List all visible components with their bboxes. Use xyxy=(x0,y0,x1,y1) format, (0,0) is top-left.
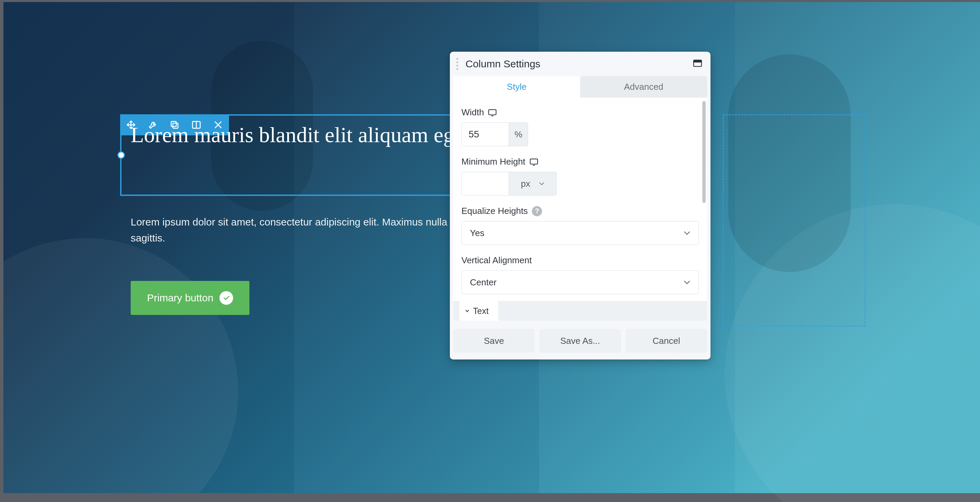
scrollbar-thumb[interactable] xyxy=(702,101,706,203)
help-icon[interactable]: ? xyxy=(532,206,542,216)
min-height-input[interactable] xyxy=(461,172,509,195)
frame-edge xyxy=(0,0,3,502)
panel-title: Column Settings xyxy=(466,58,693,70)
chevron-down-icon xyxy=(684,231,690,235)
frame-edge xyxy=(0,493,980,502)
primary-button[interactable]: Primary button xyxy=(130,281,250,315)
equalize-heights-value: Yes xyxy=(470,228,484,238)
vertical-alignment-label: Vertical Alignment xyxy=(461,255,699,265)
min-height-row: px xyxy=(461,172,699,195)
vertical-alignment-value: Center xyxy=(470,277,496,288)
tab-advanced[interactable]: Advanced xyxy=(580,76,707,98)
window-icon xyxy=(693,59,702,67)
equalize-heights-label: Equalize Heights ? xyxy=(461,206,699,216)
panel-tabs: Style Advanced xyxy=(453,76,707,98)
min-height-unit-select[interactable]: px xyxy=(509,172,557,195)
svg-rect-5 xyxy=(489,110,496,114)
save-button[interactable]: Save xyxy=(453,329,535,353)
equalize-heights-label-text: Equalize Heights xyxy=(461,206,528,216)
tab-style[interactable]: Style xyxy=(453,76,580,98)
save-as-button[interactable]: Save As... xyxy=(539,329,620,353)
width-label: Width xyxy=(461,107,699,118)
column-settings-panel: Column Settings Style Advanced Width % M… xyxy=(450,52,711,359)
section-text-label: Text xyxy=(473,306,488,316)
vertical-alignment-select[interactable]: Center xyxy=(461,270,699,294)
panel-body: Width % Minimum Height px Equ xyxy=(453,98,707,301)
responsive-icon[interactable] xyxy=(488,109,497,116)
frame-edge xyxy=(0,0,980,2)
primary-button-label: Primary button xyxy=(147,292,213,304)
panel-header[interactable]: Column Settings xyxy=(450,52,711,76)
svg-rect-4 xyxy=(694,60,701,62)
drag-handle-icon[interactable] xyxy=(453,58,461,70)
check-circle-icon xyxy=(220,291,233,305)
page-canvas: Lorem mauris blandit elit aliquam eget t… xyxy=(0,0,980,502)
chevron-down-icon xyxy=(684,280,690,284)
empty-column-outline[interactable] xyxy=(723,114,865,327)
section-text[interactable]: Text xyxy=(453,301,707,321)
chevron-down-icon xyxy=(539,182,544,185)
equalize-heights-select[interactable]: Yes xyxy=(461,221,699,245)
cancel-button[interactable]: Cancel xyxy=(626,329,707,353)
width-label-text: Width xyxy=(461,107,484,118)
svg-rect-6 xyxy=(530,159,538,164)
width-unit: % xyxy=(509,122,528,146)
min-height-label-text: Minimum Height xyxy=(461,156,525,167)
min-height-label: Minimum Height xyxy=(461,156,699,167)
width-row: % xyxy=(461,122,699,146)
vertical-alignment-label-text: Vertical Alignment xyxy=(461,255,532,265)
responsive-icon[interactable] xyxy=(530,158,538,166)
expand-panel-button[interactable] xyxy=(693,59,702,69)
chevron-down-icon xyxy=(465,308,469,313)
panel-footer: Save Save As... Cancel xyxy=(450,321,711,359)
resize-handle[interactable] xyxy=(118,151,125,159)
min-height-unit-text: px xyxy=(521,179,530,189)
width-input[interactable] xyxy=(461,122,509,146)
